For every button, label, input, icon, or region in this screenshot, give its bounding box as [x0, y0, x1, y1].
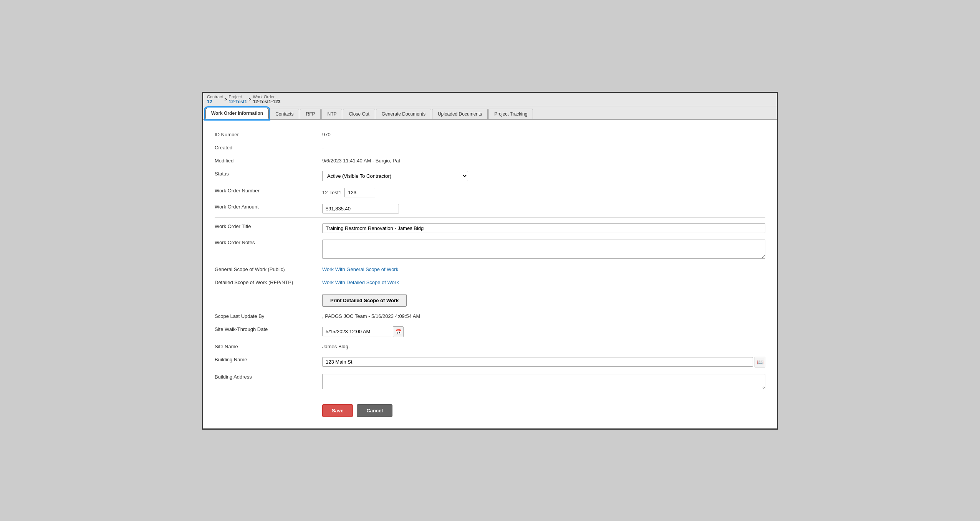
id-number-label: ID Number [215, 130, 322, 137]
work-order-number-label: Work Order Number [215, 186, 322, 194]
tab-project-tracking[interactable]: Project Tracking [488, 109, 533, 119]
content-area: ID Number 970 Created - Modified 9/6/202… [203, 120, 777, 428]
building-address-textarea[interactable] [322, 374, 765, 389]
tab-close-out[interactable]: Close Out [343, 109, 375, 119]
work-order-notes-textarea[interactable] [322, 240, 765, 259]
work-order-notes-label: Work Order Notes [215, 238, 322, 245]
work-order-notes-field [322, 238, 765, 260]
work-order-amount-label: Work Order Amount [215, 202, 322, 210]
breadcrumb-bar: Contract 12 > Project 12-Test1 > Work Or… [203, 93, 777, 106]
row-modified: Modified 9/6/2023 11:41:40 AM - Burgio, … [215, 154, 765, 167]
building-input-group: 📖 [322, 357, 765, 367]
tab-rfp[interactable]: RFP [300, 109, 321, 119]
detailed-scope-field: Work With Detailed Scope of Work [322, 278, 765, 285]
status-label: Status [215, 169, 322, 177]
detailed-scope-label: Detailed Scope of Work (RFP/NTP) [215, 278, 322, 285]
breadcrumb-sep2: > [248, 97, 251, 102]
cancel-button[interactable]: Cancel [357, 404, 392, 417]
date-input-group: 📅 [322, 326, 765, 337]
modified-value: 9/6/2023 11:41:40 AM - Burgio, Pat [322, 156, 765, 164]
row-status: Status Active (Visible To Contractor) Dr… [215, 167, 765, 184]
row-print-button: Print Detailed Scope of Work [215, 288, 765, 309]
created-value: - [322, 143, 765, 151]
building-address-label: Building Address [215, 372, 322, 380]
row-work-order-amount: Work Order Amount [215, 200, 765, 216]
work-order-title-field [322, 222, 765, 233]
status-field: Active (Visible To Contractor) Draft Clo… [322, 169, 765, 181]
work-order-amount-input[interactable] [322, 204, 399, 213]
contract-link[interactable]: 12 [207, 99, 223, 104]
tab-ntp[interactable]: NTP [321, 109, 342, 119]
building-name-field: 📖 [322, 355, 765, 367]
print-detailed-scope-button[interactable]: Print Detailed Scope of Work [322, 294, 407, 307]
project-label: Project [229, 94, 247, 99]
row-site-walk-through: Site Walk-Through Date 📅 [215, 322, 765, 339]
breadcrumb-contract: Contract 12 [207, 94, 223, 104]
modified-label: Modified [215, 156, 322, 164]
row-site-name: Site Name James Bldg. [215, 339, 765, 352]
breadcrumb-workorder: Work Order 12-Test1-123 [253, 94, 280, 104]
row-work-order-notes: Work Order Notes [215, 235, 765, 262]
work-order-number-input[interactable] [344, 188, 375, 197]
site-name-value: James Bldg. [322, 342, 765, 349]
breadcrumb-sep1: > [225, 97, 227, 102]
row-building-address: Building Address [215, 370, 765, 393]
status-select[interactable]: Active (Visible To Contractor) Draft Clo… [322, 171, 468, 181]
work-order-title-input[interactable] [322, 223, 765, 233]
work-order-prefix: 12-Test1- [322, 190, 343, 195]
project-link[interactable]: 12-Test1 [229, 99, 247, 104]
breadcrumb-project: Project 12-Test1 [229, 94, 247, 104]
general-scope-label: General Scope of Work (Public) [215, 265, 322, 272]
site-walk-through-label: Site Walk-Through Date [215, 324, 322, 332]
contract-label: Contract [207, 94, 223, 99]
tabs-bar: Work Order Information Contacts RFP NTP … [203, 106, 777, 120]
id-number-value: 970 [322, 130, 765, 137]
save-button[interactable]: Save [322, 404, 353, 417]
print-button-spacer [215, 291, 322, 293]
row-building-name: Building Name 📖 [215, 352, 765, 370]
row-detailed-scope: Detailed Scope of Work (RFP/NTP) Work Wi… [215, 275, 765, 288]
workorder-value: 12-Test1-123 [253, 99, 280, 104]
main-container: Contract 12 > Project 12-Test1 > Work Or… [202, 92, 778, 430]
scope-last-update-value: , PADGS JOC Team - 5/16/2023 4:09:54 AM [322, 311, 765, 319]
row-general-scope: General Scope of Work (Public) Work With… [215, 262, 765, 275]
tab-generate-documents[interactable]: Generate Documents [376, 109, 431, 119]
detailed-scope-link[interactable]: Work With Detailed Scope of Work [322, 280, 399, 285]
divider1 [215, 217, 765, 218]
print-button-field: Print Detailed Scope of Work [322, 291, 765, 307]
building-address-field [322, 372, 765, 390]
created-label: Created [215, 143, 322, 151]
tab-work-order-information[interactable]: Work Order Information [205, 108, 269, 119]
row-scope-last-update: Scope Last Update By , PADGS JOC Team - … [215, 309, 765, 322]
tab-contacts[interactable]: Contacts [270, 109, 299, 119]
building-name-label: Building Name [215, 355, 322, 362]
site-walk-through-field: 📅 [322, 324, 765, 337]
tab-uploaded-documents[interactable]: Uploaded Documents [432, 109, 488, 119]
row-work-order-title: Work Order Title [215, 219, 765, 235]
row-created: Created - [215, 141, 765, 154]
site-walk-through-input[interactable] [322, 327, 391, 336]
building-name-input[interactable] [322, 357, 753, 367]
work-order-amount-field [322, 202, 765, 213]
work-order-title-label: Work Order Title [215, 222, 322, 229]
site-name-label: Site Name [215, 342, 322, 349]
general-scope-link[interactable]: Work With General Scope of Work [322, 266, 398, 272]
row-id-number: ID Number 970 [215, 127, 765, 141]
work-order-number-field: 12-Test1- [322, 186, 765, 197]
general-scope-field: Work With General Scope of Work [322, 265, 765, 272]
work-order-number-group: 12-Test1- [322, 188, 765, 197]
calendar-icon[interactable]: 📅 [393, 326, 404, 337]
workorder-label: Work Order [253, 94, 280, 99]
book-icon[interactable]: 📖 [755, 357, 765, 367]
buttons-row: Save Cancel [215, 404, 765, 417]
row-work-order-number: Work Order Number 12-Test1- [215, 184, 765, 200]
scope-last-update-label: Scope Last Update By [215, 311, 322, 319]
